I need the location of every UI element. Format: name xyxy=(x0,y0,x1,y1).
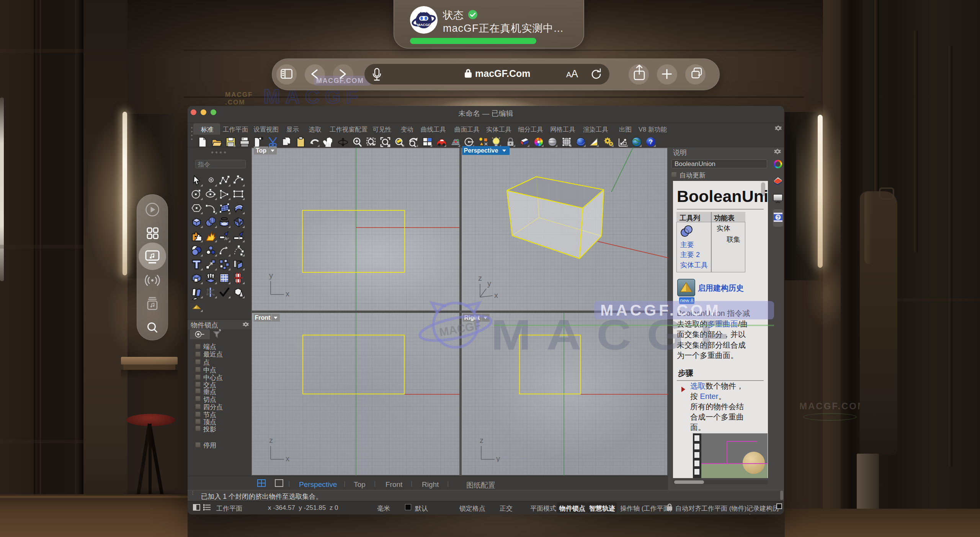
svg-text:A: A xyxy=(566,70,572,79)
svg-text:MACGF: MACGF xyxy=(491,311,744,356)
svg-text:A: A xyxy=(571,68,578,80)
svg-text:y: y xyxy=(496,454,500,462)
svg-text:macGF.Com: macGF.Com xyxy=(475,68,530,79)
svg-text:y: y xyxy=(487,279,491,288)
svg-text:x: x xyxy=(286,454,289,462)
svg-text:?: ? xyxy=(649,138,653,146)
svg-text:z: z xyxy=(478,274,482,282)
svg-text:z: z xyxy=(269,436,273,444)
svg-text:x: x xyxy=(286,290,289,297)
svg-text:z: z xyxy=(480,436,483,444)
svg-text:y: y xyxy=(269,271,273,280)
svg-text:?: ? xyxy=(777,215,780,220)
svg-text:MACGF: MACGF xyxy=(417,23,431,27)
